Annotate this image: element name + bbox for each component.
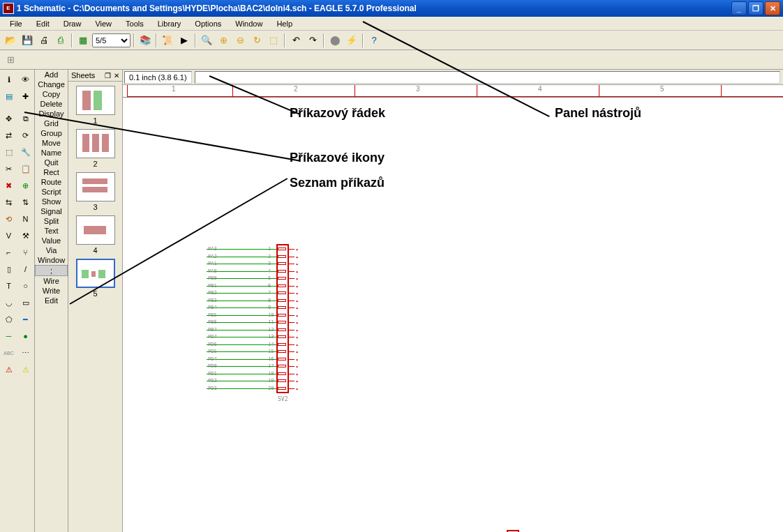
arc-icon[interactable]: ◡ [1,295,17,310]
delete-icon[interactable]: ✖ [1,178,17,193]
zoom-redraw-icon[interactable]: ↻ [249,33,264,48]
cmd-grid[interactable]: Grid [35,119,68,128]
canvas[interactable]: 0.1 inch (3.8 6.1) 1 2 3 4 5 PA31▸PA22▸P… [123,70,783,532]
cmd-name[interactable]: Name [35,148,68,158]
menu-help[interactable]: Help [269,18,299,29]
grid-toggle-icon[interactable]: ⊞ [3,52,18,68]
zoom-in-icon[interactable]: ⊕ [216,33,231,48]
cmd-show[interactable]: Show [35,197,68,206]
miter-icon[interactable]: ⌐ [1,245,17,260]
menu-library[interactable]: Library [151,18,188,29]
sheets-undock-icon[interactable]: ❐ [105,72,111,79]
help-icon[interactable]: ? [366,33,382,48]
cmd-edit[interactable]: Edit [35,296,68,305]
erc-icon[interactable]: ⚠ [1,362,17,377]
errors-icon[interactable]: ⚠ [18,362,33,377]
cmd-signal[interactable]: Signal [35,206,68,216]
cmd-value[interactable]: Value [35,236,68,245]
rotate-icon[interactable]: ⟳ [18,128,33,143]
sheets-header: Sheets ❐ ✕ [68,70,122,82]
sheet-thumb-2[interactable] [76,129,115,158]
open-icon[interactable]: 📂 [3,33,18,48]
script-icon[interactable]: 📜 [160,33,175,48]
minimize-button[interactable]: _ [731,1,747,15]
value-icon[interactable]: V [1,228,17,243]
pinswap-icon[interactable]: ⇆ [1,195,17,210]
replace-icon[interactable]: ⟲ [1,211,17,227]
move-icon[interactable]: ✥ [1,111,17,126]
split-icon[interactable]: ⑂ [18,245,33,260]
name-icon[interactable]: N [18,211,33,227]
cmd-rect[interactable]: Rect [35,167,68,177]
save-icon[interactable]: 💾 [20,33,35,48]
show-icon[interactable]: 👁 [18,72,33,87]
zoom-out-icon[interactable]: ⊖ [232,33,248,48]
menu-view[interactable]: View [88,18,119,29]
undo-icon[interactable]: ↶ [288,33,304,48]
cmd-split[interactable]: Split [35,216,68,226]
layers-icon[interactable]: ▤ [1,89,17,104]
cmd-write[interactable]: Write [35,286,68,296]
go-icon[interactable]: ⚡ [344,33,359,48]
cmd-semicolon[interactable]: ; [35,265,68,276]
add-icon[interactable]: ⊕ [18,178,33,193]
group-icon[interactable]: ⬚ [1,144,17,160]
cut-icon[interactable]: ✂ [1,161,17,176]
menu-draw[interactable]: Draw [57,18,89,29]
cmd-move[interactable]: Move [35,138,68,148]
menu-window[interactable]: Window [228,18,269,29]
sheet-thumb-5[interactable] [76,259,115,288]
sheet-thumb-4[interactable] [76,215,115,245]
library-icon[interactable]: 📚 [137,33,153,48]
stop-icon[interactable]: ⬤ [327,33,343,48]
rect-icon[interactable]: ▭ [18,295,33,310]
attribute-icon[interactable]: ⋯ [18,345,33,360]
cam-icon[interactable]: ⎙ [53,33,68,48]
cmd-route[interactable]: Route [35,177,68,187]
bus-icon[interactable]: ━ [18,312,33,327]
cmd-window[interactable]: Window [35,255,68,265]
sheets-close-icon[interactable]: ✕ [114,72,119,79]
run-icon[interactable]: ▶ [177,33,192,48]
menu-tools[interactable]: Tools [119,18,151,29]
wire-icon[interactable]: / [18,261,33,277]
polygon-icon[interactable]: ⬠ [1,312,17,327]
smash-icon[interactable]: ⚒ [18,228,33,243]
junction-icon[interactable]: ● [18,328,33,344]
label-icon[interactable]: ABC [1,345,17,360]
zoom-select-icon[interactable]: ⬚ [266,33,281,48]
sheet-select[interactable]: 5/5 [92,33,130,47]
command-line-input[interactable] [195,71,780,84]
net-icon[interactable]: ─ [1,328,17,344]
sheet-thumb-1[interactable] [76,86,115,115]
sheet-thumb-3[interactable] [76,172,115,202]
cmd-via[interactable]: Via [35,245,68,255]
cmd-group[interactable]: Group [35,128,68,138]
invoke-icon[interactable]: ▯ [1,261,17,277]
menu-edit[interactable]: Edit [29,18,57,29]
cmd-quit[interactable]: Quit [35,158,68,167]
text-icon[interactable]: T [1,278,17,294]
close-button[interactable]: ✕ [765,1,780,15]
zoom-fit-icon[interactable]: 🔍 [199,33,214,48]
cmd-change[interactable]: Change [35,79,68,89]
board-icon[interactable]: ▦ [75,33,91,48]
cmd-script[interactable]: Script [35,187,68,197]
print-icon[interactable]: 🖨 [36,33,52,48]
cmd-copy[interactable]: Copy [35,89,68,99]
menu-options[interactable]: Options [188,18,228,29]
info-icon[interactable]: ℹ [1,72,17,87]
maximize-button[interactable]: ❐ [748,1,763,15]
change-icon[interactable]: 🔧 [18,144,33,160]
menu-file[interactable]: File [3,18,29,29]
gateswap-icon[interactable]: ⇅ [18,195,33,210]
redo-icon[interactable]: ↷ [305,33,320,48]
cmd-text[interactable]: Text [35,226,68,236]
paste-icon[interactable]: 📋 [18,161,33,176]
cmd-delete[interactable]: Delete [35,99,68,109]
mark-icon[interactable]: ✚ [18,89,33,104]
cmd-wire[interactable]: Wire [35,276,68,286]
circle-icon[interactable]: ○ [18,278,33,294]
cmd-add[interactable]: Add [35,70,68,79]
mirror-icon[interactable]: ⇄ [1,128,17,143]
